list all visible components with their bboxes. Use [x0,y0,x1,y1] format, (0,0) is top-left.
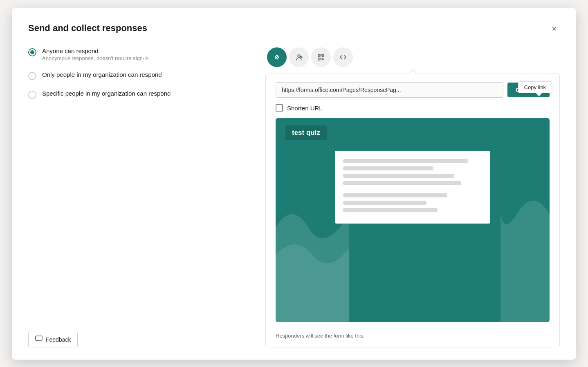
right-panel: Copy link Copy link Shorten URL test qui… [265,47,560,347]
copy-link-tooltip: Copy link [518,81,552,93]
dialog-header: Send and collect responses × [28,23,560,34]
radio-org[interactable]: Only people in my organization can respo… [28,71,249,80]
radio-group: Anyone can respond Anonymous response, d… [28,47,249,99]
tab-link[interactable] [267,47,287,67]
preview-header: test quiz [276,118,550,147]
svg-rect-8 [319,59,320,60]
radio-label-org: Only people in my organization can respo… [42,71,162,78]
svg-point-1 [298,55,300,57]
wave-right-decoration [500,147,550,322]
preview-caption: Responders will see the form like this. [276,333,550,339]
tab-embed[interactable] [333,47,353,67]
shorten-url-row: Shorten URL [276,104,550,112]
dialog-body: Anyone can respond Anonymous response, d… [28,47,560,347]
shorten-url-label: Shorten URL [287,105,323,112]
preview-body [276,147,550,322]
radio-specific[interactable]: Specific people in my organization can r… [28,90,249,99]
content-card: Copy link Copy link Shorten URL test qui… [265,74,560,347]
radio-anyone[interactable]: Anyone can respond Anonymous response, d… [28,47,249,61]
feedback-label: Feedback [46,336,71,343]
form-line-2 [343,166,433,170]
form-preview: test quiz [276,118,550,322]
shorten-url-checkbox[interactable] [276,104,283,112]
svg-rect-0 [36,336,42,340]
url-input[interactable] [276,82,503,98]
feedback-button[interactable]: Feedback [28,332,78,347]
radio-circle-specific [28,91,36,99]
dialog-title: Send and collect responses [28,23,147,34]
form-line-7 [343,208,438,212]
left-panel: Anyone can respond Anonymous response, d… [28,47,265,347]
radio-label-specific: Specific people in my organization can r… [42,90,171,97]
radio-circle-anyone [28,48,36,56]
tab-qr[interactable] [311,47,331,67]
preview-form-card [335,151,490,224]
radio-sublabel-anyone: Anonymous response, doesn't require sign… [42,55,148,61]
send-collect-dialog: Send and collect responses × Anyone can … [12,8,576,360]
form-line-5 [343,193,447,197]
form-line-3 [343,174,454,178]
form-line-1 [343,159,468,163]
preview-form-title: test quiz [285,125,327,140]
radio-circle-org [28,72,36,80]
url-row: Copy link [276,82,550,98]
radio-label-anyone: Anyone can respond [42,47,148,54]
form-line-6 [343,201,426,205]
feedback-icon [35,336,43,344]
svg-rect-7 [323,55,323,56]
tab-bar [265,47,560,67]
svg-rect-6 [319,55,320,56]
form-line-4 [343,181,461,185]
tab-share[interactable] [289,47,309,67]
close-button[interactable]: × [548,23,560,34]
